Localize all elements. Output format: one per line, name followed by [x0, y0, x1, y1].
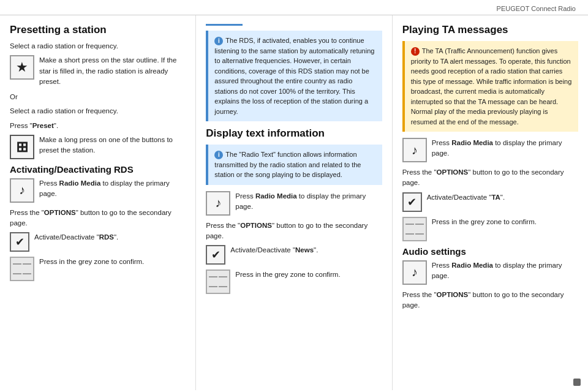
ta-check-row: ✔ Activate/Deactivate "TA". — [402, 192, 578, 212]
section-ta-heading: Playing TA messages — [402, 24, 578, 36]
display-check-row: ✔ Activate/Deactivate "News". — [206, 245, 382, 265]
page-indicator — [573, 379, 581, 386]
audio-music-text: Press Radio Media to display the primary… — [432, 260, 578, 282]
top-divider — [206, 24, 243, 26]
star-note: Make a short press on the star outline. … — [39, 55, 186, 87]
rds-music-text: Press Radio Media to display the primary… — [39, 178, 186, 200]
select-again-text: Select a radio station or frequency. — [10, 106, 186, 116]
ta-grey-label: Press in the grey zone to confirm. — [432, 217, 537, 227]
page-header: PEUGEOT Connect Radio — [0, 0, 588, 15]
presetting-intro: Select a radio station or frequency. — [10, 41, 186, 51]
rds-grid-icon — [10, 257, 34, 281]
rds-music-row: ♪ Press Radio Media to display the prima… — [10, 178, 186, 203]
rds-info-box: iThe RDS, if activated, enables you to c… — [206, 31, 382, 121]
display-music-row: ♪ Press Radio Media to display the prima… — [206, 191, 382, 216]
display-check-icon: ✔ — [206, 245, 225, 265]
rds-options-text: Press the "OPTIONS" button to go to the … — [10, 208, 186, 229]
ta-check-label: Activate/Deactivate "TA". — [427, 192, 505, 203]
audio-music-icon: ♪ — [402, 260, 427, 285]
display-music-icon: ♪ — [206, 191, 230, 216]
col-display: iThe RDS, if activated, enables you to c… — [196, 15, 392, 390]
ta-music-text: Press Radio Media to display the primary… — [432, 138, 578, 159]
long-press-note: Make a long press on one of the buttons … — [39, 135, 186, 156]
col-ta: Playing TA messages !The TA (Traffic Ann… — [393, 15, 588, 390]
ta-music-icon: ♪ — [402, 138, 427, 162]
ta-check-icon: ✔ — [402, 192, 422, 212]
rds-music-icon: ♪ — [10, 178, 34, 203]
rds-check-row: ✔ Activate/Deactivate "RDS". — [10, 232, 186, 252]
ta-music-row: ♪ Press Radio Media to display the prima… — [402, 138, 578, 162]
audio-music-row: ♪ Press Radio Media to display the prima… — [402, 260, 578, 285]
info-icon2: i — [214, 151, 223, 159]
ta-warn-box: !The TA (Traffic Announcement) function … — [402, 41, 578, 132]
audio-options-text: Press the "OPTIONS" button to go to the … — [402, 290, 578, 311]
rds-check-icon: ✔ — [10, 232, 29, 252]
ta-grid-icon — [402, 217, 427, 241]
section-display-heading: Display text information — [206, 127, 382, 140]
star-icon-row: ★ Make a short press on the star outline… — [10, 55, 186, 87]
rds-grey-row: Press in the grey zone to confirm. — [10, 257, 186, 281]
ta-options-text: Press the "OPTIONS" button to go to the … — [402, 167, 578, 189]
ta-grey-row: Press in the grey zone to confirm. — [402, 217, 578, 241]
display-grid-icon — [206, 270, 230, 294]
col-presetting: Presetting a station Select a radio stat… — [0, 15, 196, 390]
header-title: PEUGEOT Connect Radio — [497, 5, 576, 12]
display-grey-row: Press in the grey zone to confirm. — [206, 270, 382, 294]
plus-icon: ⊞ — [10, 135, 34, 159]
press-preset-text: Press "Preset". — [10, 121, 186, 131]
rds-check-label: Activate/Deactivate "RDS". — [34, 232, 118, 243]
section-audio-heading: Audio settings — [402, 246, 578, 257]
display-music-text: Press Radio Media to display the primary… — [235, 191, 382, 213]
or-text: Or — [10, 92, 186, 102]
star-icon: ★ — [10, 55, 34, 80]
section-rds-heading: Activating/Deactivating RDS — [10, 164, 186, 175]
display-options-text: Press the "OPTIONS" button to go to the … — [206, 221, 382, 242]
display-check-label: Activate/Deactivate "News". — [230, 245, 318, 255]
info-icon: i — [214, 37, 223, 45]
section-presetting-heading: Presetting a station — [10, 24, 186, 36]
warn-icon: ! — [411, 47, 420, 56]
radio-text-info-box: iThe "Radio Text" function allows inform… — [206, 145, 382, 185]
main-content: Presetting a station Select a radio stat… — [0, 15, 588, 390]
rds-grey-label: Press in the grey zone to confirm. — [39, 257, 144, 267]
plus-icon-row: ⊞ Make a long press on one of the button… — [10, 135, 186, 159]
display-grey-label: Press in the grey zone to confirm. — [235, 270, 340, 280]
